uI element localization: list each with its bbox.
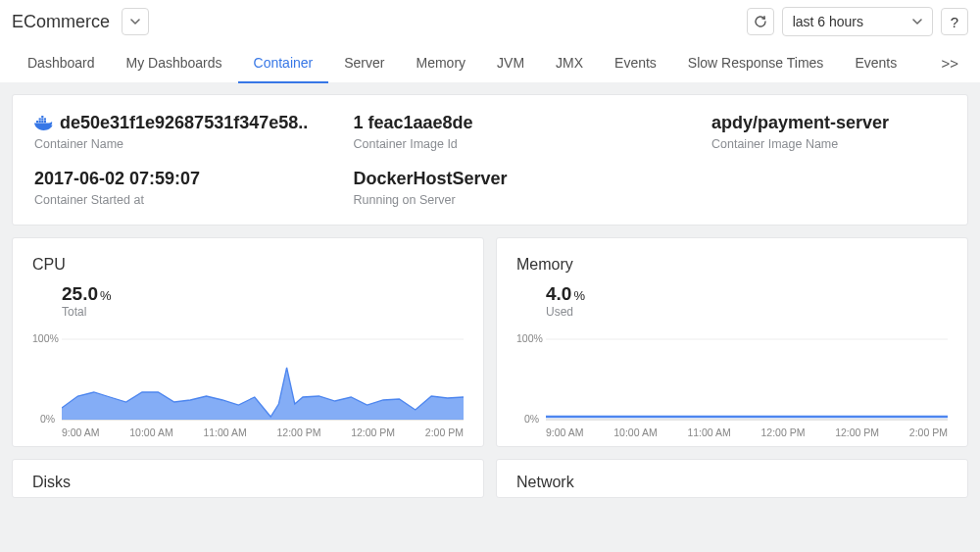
tab-my-dashboards[interactable]: My Dashboards bbox=[111, 44, 238, 83]
memory-y-bot: 0% bbox=[524, 413, 539, 425]
memory-xtick: 10:00 AM bbox=[613, 427, 657, 438]
tabs-more-button[interactable]: >> bbox=[931, 55, 968, 72]
memory-stat-value: 4.0 bbox=[546, 283, 571, 304]
tab-server[interactable]: Server bbox=[328, 44, 400, 83]
info-image-name: apdy/payment-server Container Image Name bbox=[672, 113, 946, 151]
memory-xtick: 9:00 AM bbox=[546, 427, 584, 438]
info-running-on: DockerHostServer Running on Server bbox=[354, 169, 673, 207]
cpu-panel-title: CPU bbox=[32, 252, 464, 283]
cpu-stat: 25.0% Total bbox=[32, 283, 464, 319]
svg-rect-0 bbox=[36, 121, 38, 123]
refresh-button[interactable] bbox=[747, 8, 774, 35]
refresh-icon bbox=[754, 15, 767, 28]
cpu-xtick: 12:00 PM bbox=[351, 427, 395, 438]
docker-whale-icon bbox=[34, 116, 54, 131]
svg-rect-6 bbox=[44, 118, 46, 120]
container-info-card: de50e31f1e92687531f347e58.. Container Na… bbox=[12, 94, 968, 226]
cpu-stat-value: 25.0 bbox=[62, 283, 98, 304]
tab-events[interactable]: Events bbox=[599, 44, 672, 83]
container-image-name-label: Container Image Name bbox=[711, 137, 838, 151]
info-container-name: de50e31f1e92687531f347e58.. Container Na… bbox=[34, 113, 354, 151]
memory-xtick: 11:00 AM bbox=[687, 427, 730, 438]
svg-rect-1 bbox=[39, 121, 41, 123]
container-name-value: de50e31f1e92687531f347e58.. bbox=[60, 113, 308, 133]
cpu-stat-unit: % bbox=[100, 288, 112, 303]
memory-xtick: 12:00 PM bbox=[835, 427, 879, 438]
memory-stat-unit: % bbox=[573, 288, 585, 303]
running-on-server-value: DockerHostServer bbox=[354, 169, 673, 189]
cpu-panel: CPU 25.0% Total 100% 0% 9:00 AM 10:0 bbox=[12, 237, 484, 447]
container-image-id-label: Container Image Id bbox=[354, 137, 673, 151]
memory-x-axis: 9:00 AM 10:00 AM 11:00 AM 12:00 PM 12:00… bbox=[546, 427, 948, 438]
tab-container[interactable]: Container bbox=[238, 44, 329, 83]
memory-y-top: 100% bbox=[516, 332, 543, 344]
container-image-id-value: 1 feac1aae8de bbox=[354, 113, 673, 133]
network-panel-title: Network bbox=[516, 474, 948, 491]
cpu-xtick: 10:00 AM bbox=[129, 427, 172, 438]
memory-panel-title: Memory bbox=[516, 252, 948, 283]
cpu-x-axis: 9:00 AM 10:00 AM 11:00 AM 12:00 PM 12:00… bbox=[62, 427, 464, 438]
app-switcher-dropdown[interactable] bbox=[122, 8, 149, 35]
app-name: ECommerce bbox=[12, 12, 114, 32]
tab-slow-response-times[interactable]: Slow Response Times bbox=[672, 44, 840, 83]
container-started-at-label: Container Started at bbox=[34, 193, 354, 207]
network-panel: Network bbox=[496, 459, 968, 498]
disks-panel-title: Disks bbox=[32, 474, 464, 491]
memory-stat: 4.0% Used bbox=[516, 283, 948, 319]
cpu-xtick: 2:00 PM bbox=[425, 427, 464, 438]
cpu-xtick: 9:00 AM bbox=[62, 427, 100, 438]
tab-jmx[interactable]: JMX bbox=[540, 44, 599, 83]
cpu-chart-svg bbox=[62, 338, 464, 421]
tab-jvm[interactable]: JVM bbox=[481, 44, 540, 83]
help-icon: ? bbox=[951, 14, 958, 30]
svg-rect-3 bbox=[44, 121, 46, 123]
svg-rect-2 bbox=[41, 121, 43, 123]
chevron-down-icon bbox=[912, 19, 922, 25]
cpu-y-top: 100% bbox=[32, 332, 59, 344]
info-started-at: 2017-06-02 07:59:07 Container Started at bbox=[34, 169, 354, 207]
container-image-name-value: apdy/payment-server bbox=[711, 113, 889, 133]
container-started-at-value: 2017-06-02 07:59:07 bbox=[34, 169, 354, 189]
top-bar: ECommerce last 6 hours ? bbox=[0, 0, 980, 43]
svg-rect-4 bbox=[39, 118, 41, 120]
memory-stat-label: Used bbox=[546, 305, 948, 319]
cpu-xtick: 12:00 PM bbox=[276, 427, 320, 438]
disks-panel: Disks bbox=[12, 459, 484, 498]
tab-events-2[interactable]: Events bbox=[839, 44, 912, 83]
memory-chart-svg bbox=[546, 338, 948, 421]
svg-rect-5 bbox=[41, 118, 43, 120]
cpu-stat-label: Total bbox=[62, 305, 464, 319]
running-on-server-label: Running on Server bbox=[354, 193, 673, 207]
tab-bar: Dashboard My Dashboards Container Server… bbox=[0, 43, 980, 82]
time-range-label: last 6 hours bbox=[793, 14, 863, 29]
memory-xtick: 2:00 PM bbox=[909, 427, 948, 438]
cpu-xtick: 11:00 AM bbox=[203, 427, 246, 438]
container-name-label: Container Name bbox=[34, 137, 354, 151]
svg-rect-7 bbox=[41, 116, 43, 118]
info-image-id: 1 feac1aae8de Container Image Id bbox=[354, 113, 673, 151]
memory-panel: Memory 4.0% Used 100% 0% 9:00 AM 10:00 A… bbox=[496, 237, 968, 447]
cpu-y-bot: 0% bbox=[40, 413, 55, 425]
tab-memory[interactable]: Memory bbox=[400, 44, 481, 83]
help-button[interactable]: ? bbox=[941, 8, 968, 35]
tab-dashboard[interactable]: Dashboard bbox=[12, 44, 111, 83]
cpu-chart: 100% 0% 9:00 AM 10:00 AM 11:00 AM 12:00 … bbox=[32, 330, 464, 438]
time-range-select[interactable]: last 6 hours bbox=[782, 7, 933, 36]
chevron-down-icon bbox=[130, 19, 140, 25]
memory-xtick: 12:00 PM bbox=[760, 427, 805, 438]
memory-chart: 100% 0% 9:00 AM 10:00 AM 11:00 AM 12:00 … bbox=[516, 330, 948, 438]
